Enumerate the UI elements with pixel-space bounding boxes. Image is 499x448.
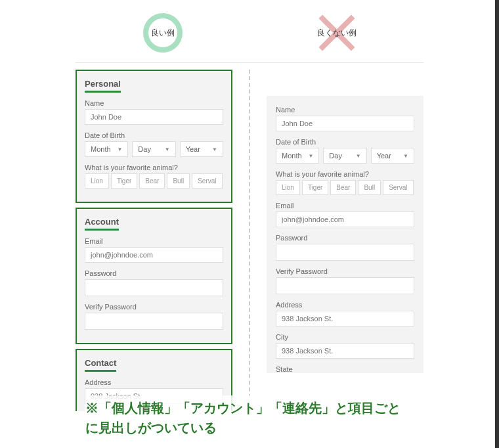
password-label: Password	[276, 234, 414, 242]
personal-title: Personal	[85, 79, 121, 93]
name-label: Name	[85, 99, 223, 107]
address-input[interactable]	[276, 311, 414, 326]
name-input[interactable]	[85, 109, 223, 125]
password-label: Password	[85, 269, 223, 277]
month-select[interactable]: Month▼	[85, 141, 128, 157]
verify-password-input[interactable]	[85, 313, 223, 330]
city-label: City	[276, 333, 414, 341]
address-label: Address	[85, 378, 223, 386]
animal-option[interactable]: Serval	[383, 180, 413, 195]
columns: Personal Name Date of Birth Month▼ Day▼ …	[0, 63, 499, 411]
chevron-down-icon: ▼	[165, 146, 170, 152]
chevron-down-icon: ▼	[308, 153, 313, 159]
verify-password-label: Verify Password	[276, 267, 414, 275]
good-label: 良い例	[151, 28, 175, 39]
day-select[interactable]: Day▼	[323, 148, 366, 164]
account-card: Account Email Password Verify Password	[76, 208, 232, 344]
bad-column: Name Date of Birth Month▼ Day▼ Year▼ Wha…	[267, 70, 423, 411]
contact-title: Contact	[85, 358, 116, 372]
animal-option[interactable]: Bull	[358, 180, 381, 195]
footer-annotation: ※「個人情報」「アカウント」「連絡先」と項目ごとに見出しがついている	[85, 395, 401, 440]
animal-option[interactable]: Lion	[276, 180, 300, 195]
bad-label: 良くない例	[317, 28, 357, 39]
animal-option[interactable]: Tiger	[111, 173, 137, 189]
right-edge-bar	[495, 0, 499, 448]
email-input[interactable]	[276, 212, 414, 227]
email-input[interactable]	[85, 247, 223, 263]
dob-label: Date of Birth	[85, 131, 223, 139]
account-title: Account	[85, 217, 119, 231]
column-divider	[249, 70, 250, 411]
animal-label: What is your favorite animal?	[85, 164, 223, 171]
chevron-down-icon: ▼	[212, 146, 217, 152]
year-select[interactable]: Year▼	[371, 148, 414, 164]
year-select[interactable]: Year▼	[180, 141, 223, 157]
animal-option[interactable]: Tiger	[302, 180, 328, 195]
good-column: Personal Name Date of Birth Month▼ Day▼ …	[76, 70, 232, 411]
month-select[interactable]: Month▼	[276, 148, 319, 164]
chevron-down-icon: ▼	[356, 153, 361, 159]
name-label: Name	[276, 106, 414, 114]
animal-option[interactable]: Serval	[192, 173, 222, 189]
animal-option[interactable]: Lion	[85, 173, 109, 189]
day-select[interactable]: Day▼	[132, 141, 175, 157]
email-label: Email	[85, 237, 223, 245]
city-input[interactable]	[276, 343, 414, 359]
name-input[interactable]	[276, 116, 414, 131]
email-label: Email	[276, 202, 414, 210]
bad-form-card: Name Date of Birth Month▼ Day▼ Year▼ Wha…	[267, 96, 423, 373]
good-example-header: 良い例	[97, 13, 228, 53]
password-input[interactable]	[85, 279, 223, 296]
animal-option[interactable]: Bear	[330, 180, 356, 195]
dob-label: Date of Birth	[276, 138, 414, 146]
address-label: Address	[276, 301, 414, 309]
header-row: 良い例 良くない例	[76, 0, 423, 63]
verify-password-label: Verify Password	[85, 303, 223, 311]
chevron-down-icon: ▼	[117, 146, 122, 152]
personal-card: Personal Name Date of Birth Month▼ Day▼ …	[76, 70, 232, 203]
animal-option[interactable]: Bull	[167, 173, 190, 189]
animal-label: What is your favorite animal?	[276, 170, 414, 178]
animal-option[interactable]: Bear	[139, 173, 165, 189]
password-input[interactable]	[276, 244, 414, 261]
verify-password-input[interactable]	[276, 277, 414, 294]
state-label: State	[276, 365, 414, 373]
chevron-down-icon: ▼	[403, 153, 408, 159]
bad-example-header: 良くない例	[271, 13, 402, 53]
